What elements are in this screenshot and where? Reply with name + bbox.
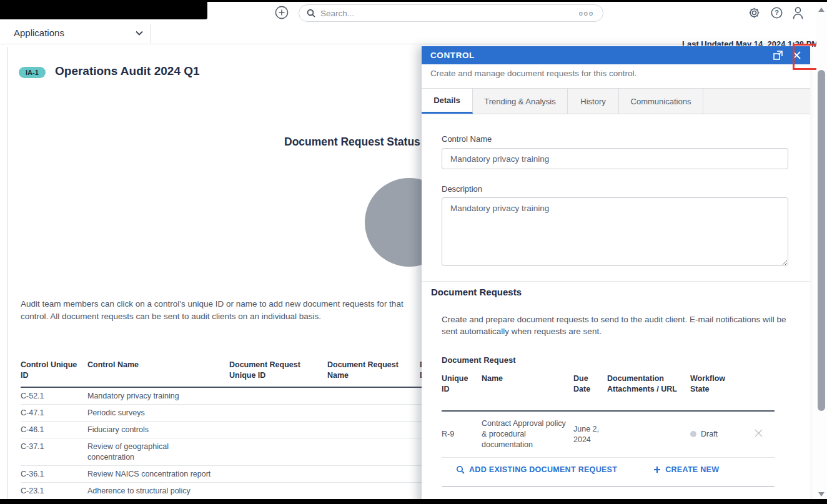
bottom-rule bbox=[442, 487, 775, 487]
description-label: Description bbox=[442, 184, 482, 194]
control-name-link[interactable]: Periodic surveys bbox=[87, 408, 229, 418]
control-name-link[interactable]: Review of geographical concentration bbox=[87, 442, 215, 463]
table-row: C-47.1 Periodic surveys bbox=[21, 405, 437, 422]
plus-icon bbox=[653, 466, 661, 473]
col-due-date: Due Date bbox=[573, 373, 607, 395]
control-id-link[interactable]: C-46.1 bbox=[21, 425, 87, 435]
control-panel-header: CONTROL bbox=[422, 46, 810, 64]
control-id-link[interactable]: C-37.1 bbox=[21, 442, 87, 463]
draft-status-dot bbox=[690, 431, 696, 437]
frame-top bbox=[0, 0, 827, 2]
col-control-unique-id: Control Unique ID bbox=[21, 360, 87, 381]
col-control-name: Control Name bbox=[87, 360, 229, 381]
tab-history[interactable]: History bbox=[568, 89, 619, 114]
table-row: C-23.1 Adherence to structural policy bbox=[21, 483, 437, 500]
panel-title: CONTROL bbox=[430, 51, 475, 60]
tab-communications[interactable]: Communications bbox=[619, 89, 703, 114]
popout-icon[interactable] bbox=[773, 50, 783, 61]
section-divider bbox=[422, 281, 810, 282]
app-window: Search... ooo ? Applications Last Update… bbox=[0, 0, 827, 504]
create-new-button[interactable]: CREATE NEW bbox=[653, 465, 719, 474]
scroll-down-icon[interactable] bbox=[818, 492, 825, 497]
control-panel: CONTROL Create and manage document reque… bbox=[422, 46, 810, 504]
col-unique-id: Unique ID bbox=[442, 373, 482, 395]
document-request-table-label: Document Request bbox=[442, 355, 515, 365]
content-card-edge bbox=[7, 47, 8, 499]
frame-bottom bbox=[0, 499, 827, 504]
control-name-link[interactable]: Review NAICS concentration report bbox=[87, 469, 229, 480]
col-doc-request-unique-id: Document Request Unique ID bbox=[229, 360, 327, 381]
scrollbar-thumb[interactable] bbox=[818, 70, 825, 411]
tab-details[interactable]: Details bbox=[422, 89, 473, 114]
tab-trending-analysis[interactable]: Trending & Analysis bbox=[473, 89, 568, 114]
control-name-link[interactable]: Mandatory privacy training bbox=[87, 391, 229, 402]
control-id-link[interactable]: C-36.1 bbox=[21, 469, 87, 480]
search-placeholder: Search... bbox=[320, 9, 354, 18]
profile-icon[interactable] bbox=[791, 6, 805, 20]
panel-subtitle: Create and manage document requests for … bbox=[430, 69, 636, 78]
search-more-icon[interactable]: ooo bbox=[579, 9, 594, 17]
control-id-link[interactable]: C-23.1 bbox=[21, 486, 87, 497]
close-button-highlight bbox=[793, 44, 819, 70]
control-name-link[interactable]: Fiduciary controls bbox=[87, 425, 229, 435]
gear-icon[interactable] bbox=[748, 6, 761, 19]
add-existing-document-request-button[interactable]: ADD EXISTING DOCUMENT REQUEST bbox=[456, 465, 617, 474]
col-workflow-state: Workflow State bbox=[690, 373, 746, 395]
remove-request-icon[interactable] bbox=[754, 428, 763, 438]
controls-table: Control Unique ID Control Name Document … bbox=[21, 360, 437, 500]
table-row: C-46.1 Fiduciary controls bbox=[21, 422, 437, 438]
help-icon[interactable]: ? bbox=[770, 6, 783, 19]
document-request-table: Unique ID Name Due Date Documentation At… bbox=[442, 373, 775, 458]
chart-title: Document Request Status bbox=[284, 136, 420, 149]
table-row: C-37.1 Review of geographical concentrat… bbox=[21, 438, 437, 466]
panel-tabs: Details Trending & Analysis History Comm… bbox=[422, 88, 810, 114]
controls-table-header: Control Unique ID Control Name Document … bbox=[21, 360, 437, 388]
table-row: C-52.1 Mandatory privacy training bbox=[21, 388, 437, 405]
svg-text:?: ? bbox=[775, 9, 779, 16]
appbar-divider bbox=[151, 24, 151, 43]
applications-dropdown[interactable]: Applications bbox=[14, 27, 64, 38]
page-title: Operations Audit 2024 Q1 bbox=[55, 64, 200, 78]
intro-text: Audit team members can click on a contro… bbox=[21, 298, 425, 323]
chevron-down-icon[interactable] bbox=[135, 30, 144, 36]
vertical-scrollbar[interactable] bbox=[816, 2, 827, 499]
document-requests-heading: Document Requests bbox=[431, 287, 522, 297]
table-row: C-36.1 Review NAICS concentration report bbox=[21, 466, 437, 483]
search-icon bbox=[456, 465, 465, 474]
control-name-input[interactable] bbox=[442, 148, 788, 169]
audit-id-badge: IA-1 bbox=[19, 67, 46, 78]
description-textarea[interactable]: Mandatory privacy training bbox=[442, 197, 788, 266]
control-id-link[interactable]: C-47.1 bbox=[21, 408, 87, 418]
request-due-date: June 2, 2024 bbox=[573, 424, 607, 445]
control-name-label: Control Name bbox=[442, 134, 492, 144]
search-icon bbox=[307, 9, 315, 17]
document-request-row: R-9 Contract Approval policy & procedura… bbox=[442, 412, 775, 458]
control-id-link[interactable]: C-52.1 bbox=[21, 391, 87, 402]
document-requests-intro: Create and prepare document requests to … bbox=[442, 314, 786, 337]
workflow-state-badge: Draft bbox=[690, 429, 746, 440]
col-name: Name bbox=[482, 373, 573, 395]
col-documentation: Documentation Attachments / URL bbox=[607, 373, 690, 395]
col-doc-request-name: Document Request Name bbox=[327, 360, 420, 381]
search-input[interactable]: Search... ooo bbox=[299, 4, 603, 22]
add-icon[interactable] bbox=[275, 6, 289, 19]
request-unique-id[interactable]: R-9 bbox=[442, 429, 482, 440]
redacted-logo-block bbox=[0, 0, 207, 19]
document-request-table-header: Unique ID Name Due Date Documentation At… bbox=[442, 373, 775, 412]
control-name-link[interactable]: Adherence to structural policy bbox=[87, 486, 229, 497]
request-name[interactable]: Contract Approval policy & procedural do… bbox=[482, 418, 573, 450]
scroll-up-icon[interactable] bbox=[818, 7, 825, 12]
